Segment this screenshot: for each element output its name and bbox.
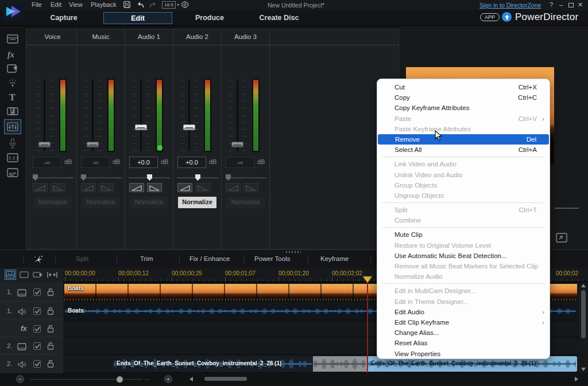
track-enable-checkbox[interactable]: [33, 307, 41, 315]
db-value[interactable]: -∞: [33, 157, 61, 168]
menu-item-multicam-designer[interactable]: Edit in MultiCam Designer...: [377, 286, 550, 296]
pan-handle[interactable]: [195, 174, 200, 181]
track-enable-checkbox[interactable]: [33, 288, 41, 296]
scroll-down-arrow[interactable]: [581, 368, 586, 371]
track-lock-icon[interactable]: [47, 360, 54, 370]
volume-fader[interactable]: [131, 80, 152, 151]
pan-slider[interactable]: [32, 174, 74, 181]
zoom-slider-track[interactable]: [30, 379, 142, 380]
particle-room-icon[interactable]: [5, 77, 20, 91]
tab-capture[interactable]: Capture: [43, 12, 84, 24]
db-value[interactable]: -∞: [81, 157, 110, 168]
vertical-scrollbar[interactable]: [579, 282, 588, 373]
menu-item-unlink-video-audio[interactable]: Unlink Video and Audio: [377, 170, 550, 180]
menu-item-group-objects[interactable]: Group Objects: [377, 180, 550, 190]
add-track-icon[interactable]: [32, 270, 44, 280]
menu-item-restore-volume[interactable]: Restore to Original Volume Level: [377, 240, 550, 251]
fader-handle[interactable]: [183, 124, 195, 130]
power-tools-button[interactable]: Power Tools: [254, 255, 290, 262]
pan-slider[interactable]: [225, 174, 266, 181]
menu-item-cut[interactable]: CutCtrl+X: [377, 82, 550, 92]
playhead-marker[interactable]: [362, 275, 373, 286]
menu-item-select-all[interactable]: Select AllCtrl+A: [377, 145, 550, 155]
pan-slider[interactable]: [80, 174, 122, 181]
voiceover-room-icon[interactable]: [5, 138, 20, 152]
fade-out-button[interactable]: [243, 183, 258, 192]
volume-fader[interactable]: [179, 80, 200, 151]
fix-enhance-button[interactable]: Fix / Enhance: [189, 255, 230, 262]
trim-button[interactable]: Trim: [140, 255, 153, 262]
pan-handle[interactable]: [33, 174, 38, 181]
track-enable-checkbox[interactable]: [33, 360, 41, 368]
preview-scrubber[interactable]: [555, 208, 579, 209]
db-value[interactable]: +0.0: [177, 157, 206, 168]
volume-fader[interactable]: [34, 80, 55, 151]
menu-item-music-beat-detection[interactable]: Use Automatic Music Beat Detection...: [377, 251, 550, 261]
fade-in-button[interactable]: [226, 183, 241, 192]
menu-item-paste-keyframe-attributes[interactable]: Paste Keyframe Attributes: [377, 124, 550, 134]
track-enable-checkbox[interactable]: [33, 325, 41, 333]
menu-item-remove[interactable]: RemoveDel: [378, 134, 549, 145]
normalize-button[interactable]: Normalize: [130, 197, 168, 208]
menu-item-view-properties[interactable]: View Properties: [377, 349, 550, 359]
drag-handle[interactable]: [286, 251, 301, 253]
settings-gear-icon[interactable]: [181, 1, 189, 11]
normalize-button[interactable]: Normalize: [82, 197, 120, 208]
save-icon[interactable]: [123, 1, 131, 11]
music-clip-unselected[interactable]: Ends_Of_The_Earth_Sunset_Cowboy_instrume…: [113, 356, 313, 372]
pan-slider[interactable]: [129, 174, 170, 181]
fader-handle[interactable]: [87, 142, 99, 147]
scroll-right-arrow[interactable]: [575, 377, 578, 381]
horizontal-scrollbar-thumb[interactable]: [204, 377, 247, 381]
zoom-in-button[interactable]: +: [164, 375, 172, 383]
menu-item-remove-beat-markers[interactable]: Remove all Music Beat Markers for Select…: [377, 261, 550, 271]
timeline-view-icon[interactable]: [5, 270, 16, 280]
menu-item-ungroup-objects[interactable]: Ungroup Objects: [377, 190, 550, 201]
close-button[interactable]: ✕: [578, 1, 583, 9]
fade-in-button[interactable]: [129, 183, 144, 192]
menu-item-edit-clip-keyframe[interactable]: Edit Clip Keyframe›: [377, 317, 550, 327]
audio-mixing-room-icon[interactable]: [4, 119, 21, 134]
track-enable-checkbox[interactable]: [33, 342, 41, 350]
upgrade-arrow-icon[interactable]: [502, 12, 512, 22]
fade-out-button[interactable]: [51, 183, 65, 192]
normalize-button[interactable]: Normalize: [178, 197, 216, 208]
signin-directorzone-link[interactable]: Sign in to DirectorZone: [479, 2, 541, 9]
db-value[interactable]: +0.0: [129, 157, 158, 168]
menu-file[interactable]: File: [32, 1, 42, 8]
track-lock-icon[interactable]: [47, 288, 54, 298]
maximize-button[interactable]: [568, 3, 574, 7]
undo-icon[interactable]: [136, 1, 145, 11]
snap-markers-icon[interactable]: [47, 270, 59, 280]
scroll-up-arrow[interactable]: [581, 284, 586, 287]
pan-handle[interactable]: [226, 174, 231, 181]
aspect-ratio-select[interactable]: 16:9: [162, 1, 176, 9]
menu-item-change-alias[interactable]: Change Alias...: [377, 327, 550, 338]
menu-item-theme-designer[interactable]: Edit in Theme Designer...: [377, 297, 550, 307]
redo-icon[interactable]: [149, 1, 157, 11]
fader-handle[interactable]: [135, 124, 147, 130]
db-value[interactable]: -∞: [226, 157, 254, 168]
fade-out-button[interactable]: [147, 183, 162, 192]
menu-item-reset-alias[interactable]: Reset Alias: [377, 338, 550, 348]
menu-item-copy-keyframe-attributes[interactable]: Copy Keyframe Attributes: [377, 103, 550, 113]
menu-item-split[interactable]: SplitCtrl+T: [377, 205, 550, 215]
tab-edit[interactable]: Edit: [103, 12, 172, 24]
keyframe-button[interactable]: Keyframe: [320, 255, 349, 262]
menu-item-copy[interactable]: CopyCtrl+C: [377, 92, 550, 103]
scroll-left-arrow[interactable]: [189, 377, 193, 381]
storyboard-view-icon[interactable]: [18, 270, 30, 280]
normalize-button[interactable]: Normalize: [226, 197, 265, 208]
help-button[interactable]: ?: [550, 1, 553, 8]
menu-view[interactable]: View: [69, 1, 83, 8]
fullscreen-icon[interactable]: [556, 233, 567, 245]
scrollbar-thumb[interactable]: [581, 290, 586, 338]
fade-out-button[interactable]: [99, 183, 114, 192]
app-badge[interactable]: APP: [480, 13, 500, 21]
transition-room-icon[interactable]: [5, 106, 20, 120]
subtitle-room-icon[interactable]: [5, 168, 20, 182]
volume-fader[interactable]: [83, 80, 103, 151]
fader-handle[interactable]: [231, 142, 243, 147]
playhead-line[interactable]: [367, 282, 368, 373]
menu-item-combine[interactable]: Combine: [377, 215, 550, 225]
